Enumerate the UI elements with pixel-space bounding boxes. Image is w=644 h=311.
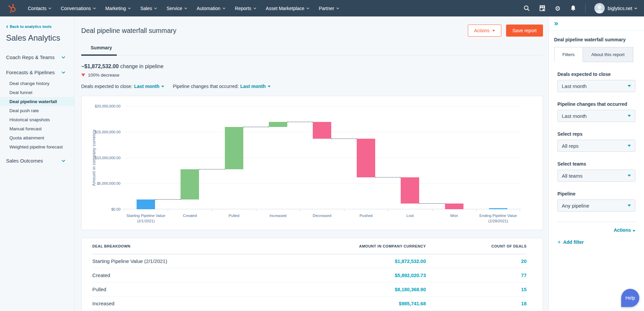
settings-icon[interactable]: ⚙: [554, 5, 561, 12]
filter-select-pipeline[interactable]: Any pipeline: [557, 199, 635, 212]
amount-link[interactable]: $8,180,368.90: [395, 287, 426, 292]
tab-summary[interactable]: Summary: [81, 45, 117, 56]
back-link-label: Back to analytics tools: [10, 25, 52, 29]
filter-select-select-reps[interactable]: All reps: [557, 140, 635, 152]
chevron-down-icon: [61, 71, 65, 74]
nav-item-conversations[interactable]: Conversations: [56, 0, 101, 16]
tab-filters[interactable]: Filters: [554, 47, 583, 62]
inline-filter-value[interactable]: Last month: [134, 84, 164, 89]
sidebar-item-deal-change-history[interactable]: Deal change history: [0, 79, 74, 88]
notifications-icon[interactable]: [570, 5, 577, 12]
amount-link[interactable]: $1,872,532.00: [395, 259, 426, 264]
filter-label: Select reps: [557, 131, 635, 137]
chevron-down-icon: [154, 7, 157, 9]
chevron-down-icon: [634, 7, 637, 9]
filter-group: Deals expected to closeLast month: [557, 72, 635, 92]
hubspot-logo-icon[interactable]: [8, 4, 17, 13]
report-header: Deal pipeline waterfall summary Actions …: [81, 25, 543, 37]
filter-select-value: Last month: [562, 113, 587, 119]
page-title: Deal pipeline waterfall summary: [81, 27, 468, 35]
x-axis-tick: [520, 209, 520, 211]
report-tabs: Summary: [81, 45, 543, 55]
nav-item-label: Partner: [319, 6, 334, 11]
pipeline-delta: 100% decrease: [81, 73, 543, 78]
actions-button[interactable]: Actions: [468, 25, 501, 37]
x-axis-label-line1: Won: [432, 213, 476, 218]
deal-count-link[interactable]: 77: [521, 273, 527, 278]
x-axis-tick: [300, 209, 300, 211]
caret-down-icon: [628, 145, 631, 147]
save-report-button[interactable]: Save report: [506, 25, 543, 37]
deal-count-link[interactable]: 18: [521, 301, 527, 306]
sidebar-item-quota-attainment[interactable]: Quota attainment: [0, 133, 74, 142]
sidebar-item-weighted-pipeline-forecast[interactable]: Weighted pipeline forecast: [0, 142, 74, 151]
actions-button-label: Actions: [474, 28, 490, 33]
x-axis-label-line1: Created: [168, 213, 212, 218]
amount-link[interactable]: $985,741.68: [399, 301, 426, 306]
search-icon[interactable]: [524, 5, 530, 12]
account-menu[interactable]: biglytics.net: [594, 3, 637, 13]
back-to-analytics-link[interactable]: Back to analytics tools: [6, 25, 74, 29]
nav-item-partner[interactable]: Partner: [314, 0, 344, 16]
tab-about-this-report[interactable]: About this report: [583, 47, 633, 62]
deal-count-link[interactable]: 20: [521, 259, 527, 264]
inline-filter-value[interactable]: Last month: [240, 84, 270, 89]
deal-breakdown-cell: Increased: [92, 301, 318, 306]
waterfall-connector: [419, 203, 445, 204]
table-row: Increased$985,741.6818: [92, 297, 527, 311]
nav-item-automation[interactable]: Automation: [192, 0, 230, 16]
topnav-divider: [585, 4, 586, 13]
panel-actions-link[interactable]: Actions: [549, 227, 644, 233]
nav-item-reports[interactable]: Reports: [230, 0, 261, 16]
filter-select-pipeline-changes-that-occurred[interactable]: Last month: [557, 110, 635, 122]
table-header-cell: DEAL BREAKDOWN: [92, 244, 318, 248]
nav-item-label: Asset Marketplace: [266, 6, 304, 11]
table-header-cell: COUNT OF DEALS: [426, 244, 527, 248]
filter-select-value: Any pipeline: [562, 203, 589, 209]
waterfall-chart-plot: $20,000,000.00$15,000,000.00$10,000,000.…: [124, 106, 520, 209]
deal-breakdown-cell: Pulled: [92, 286, 318, 292]
sidebar-item-deal-pipeline-waterfall[interactable]: Deal pipeline waterfall: [0, 97, 74, 106]
y-axis-tick-label: $0.00: [111, 207, 120, 211]
caret-down-icon: [161, 86, 164, 87]
table-header-row: DEAL BREAKDOWNAMOUNT IN COMPANY CURRENCY…: [92, 238, 527, 254]
sidebar-section-label: Forecasts & Pipelines: [6, 70, 55, 75]
collapse-panel-icon[interactable]: »: [554, 20, 557, 27]
sidebar-section-label: Coach Reps & Teams: [6, 54, 55, 60]
nav-item-marketing[interactable]: Marketing: [101, 0, 136, 16]
nav-item-sales[interactable]: Sales: [136, 0, 162, 16]
sidebar-item-deal-funnel[interactable]: Deal funnel: [0, 88, 74, 97]
gridline: [124, 158, 520, 158]
waterfall-connector: [155, 199, 181, 200]
nav-item-asset-marketplace[interactable]: Asset Marketplace: [261, 0, 314, 16]
sidebar-item-historical-snapshots[interactable]: Historical snapshots: [0, 115, 74, 124]
deal-count-link[interactable]: 15: [521, 287, 527, 292]
nav-item-contacts[interactable]: Contacts: [23, 0, 56, 16]
main-menu: ContactsConversationsMarketingSalesServi…: [23, 0, 344, 16]
x-axis-category-label: Pulled: [212, 213, 256, 218]
waterfall-bar-starting-pipeline-value: [137, 199, 155, 209]
x-axis-tick: [212, 209, 212, 211]
help-button[interactable]: Help: [621, 289, 639, 307]
waterfall-bar-decreased: [313, 122, 331, 139]
caret-down-icon: [628, 175, 631, 177]
filter-select-deals-expected-to-close[interactable]: Last month: [557, 80, 635, 92]
chevron-left-icon: [6, 25, 8, 28]
inline-filters: Deals expected to close:Last monthPipeli…: [81, 84, 543, 89]
filters-panel: » Deal pipeline waterfall summary Filter…: [548, 16, 644, 311]
avatar: [594, 3, 605, 13]
sidebar-item-deal-push-rate[interactable]: Deal push rate: [0, 106, 74, 115]
filter-group: Select teamsAll teams: [557, 161, 635, 182]
add-filter-link[interactable]: +Add filter: [549, 239, 644, 246]
filter-select-value: All reps: [562, 143, 579, 149]
sidebar-item-manual-forecast[interactable]: Manual forecast: [0, 124, 74, 133]
x-axis-tick: [344, 209, 344, 211]
nav-item-label: Contacts: [28, 6, 46, 11]
filter-select-select-teams[interactable]: All teams: [557, 170, 635, 182]
sidebar-section-coach-reps-teams[interactable]: Coach Reps & Teams: [0, 51, 74, 63]
marketplace-icon[interactable]: [539, 5, 546, 12]
sidebar-section-sales-outcomes[interactable]: Sales Outcomes: [0, 155, 74, 167]
amount-link[interactable]: $5,892,020.73: [395, 273, 426, 278]
nav-item-service[interactable]: Service: [162, 0, 192, 16]
sidebar-section-forecasts-pipelines[interactable]: Forecasts & Pipelines: [0, 66, 74, 78]
